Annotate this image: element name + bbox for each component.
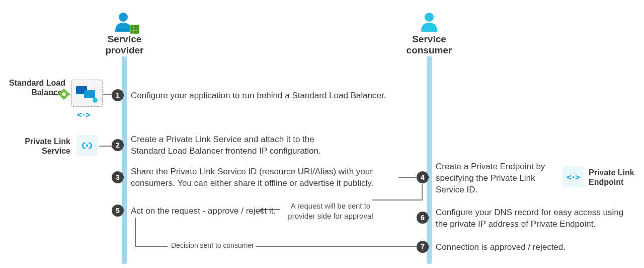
consumer-label-l1: Service	[412, 34, 446, 44]
slb-box	[71, 80, 103, 107]
consumer-lifeline	[427, 56, 432, 264]
step-6-num: 6	[417, 212, 429, 224]
step-4-num: 4	[417, 171, 429, 183]
provider-label: Service provider	[101, 34, 148, 56]
svg-point-5	[62, 93, 66, 96]
step-3-num: 3	[112, 171, 124, 183]
svg-point-1	[425, 13, 434, 22]
step-3-text: Share the Private Link Service ID (resou…	[131, 166, 397, 189]
decision-line-left	[135, 246, 168, 247]
svg-point-0	[119, 13, 128, 22]
ple-l2: Endpoint	[589, 178, 623, 186]
consumer-label-l2: consumer	[407, 45, 452, 55]
decision-note: Decision sent to consumer	[171, 241, 254, 249]
provider-label-l2: provider	[105, 45, 143, 55]
slb-l1: Standard Load	[9, 79, 65, 87]
ple-icon: <·>	[562, 166, 584, 187]
step-5-text: Act on the request - approve / reject it…	[131, 206, 282, 217]
endpoint-icon: <·>	[567, 172, 580, 182]
svg-point-8	[93, 98, 98, 103]
step-7-text: Connection is approved / rejected.	[436, 242, 617, 253]
consumer-actor-icon	[419, 12, 440, 33]
pls-label: Private Link Service	[20, 137, 70, 156]
pls-icon	[76, 135, 98, 156]
decision-line-right	[256, 246, 423, 247]
request-note: A request will be sent to provider side …	[283, 201, 378, 221]
connector-5-down	[135, 218, 136, 246]
provider-actor-icon	[113, 12, 136, 33]
provider-label-l1: Service	[108, 34, 142, 44]
request-note-l1: A request will be sent to	[291, 202, 370, 210]
step-7-num: 7	[417, 241, 429, 253]
step-6-text: Configure your DNS record for easy acces…	[436, 207, 627, 230]
svg-point-9	[86, 145, 88, 147]
connector-4-horiz	[372, 199, 423, 200]
pls-l1: Private Link	[25, 137, 70, 146]
ple-l1: Private Link	[589, 168, 634, 177]
code-icon: <·>	[77, 110, 90, 119]
step-2-text: Create a Private Link Service and attach…	[131, 134, 347, 157]
connector-4-down	[422, 184, 423, 199]
step-4-text: Create a Private Endpoint by specifying …	[436, 161, 556, 196]
step-2-num: 2	[112, 139, 124, 151]
step-1-text: Configure your application to run behind…	[131, 90, 403, 102]
provider-lifeline	[122, 56, 127, 264]
consumer-label: Service consumer	[404, 34, 454, 56]
ple-label: Private Link Endpoint	[589, 168, 644, 187]
step-1-num: 1	[112, 89, 124, 101]
load-balancer-icon	[58, 89, 69, 100]
slb-under-icon: <·>	[75, 108, 92, 120]
svg-rect-7	[84, 90, 95, 98]
step-5-num: 5	[112, 205, 124, 217]
pls-l2: Service	[42, 147, 70, 155]
request-note-l2: provider side for approval	[288, 212, 373, 220]
